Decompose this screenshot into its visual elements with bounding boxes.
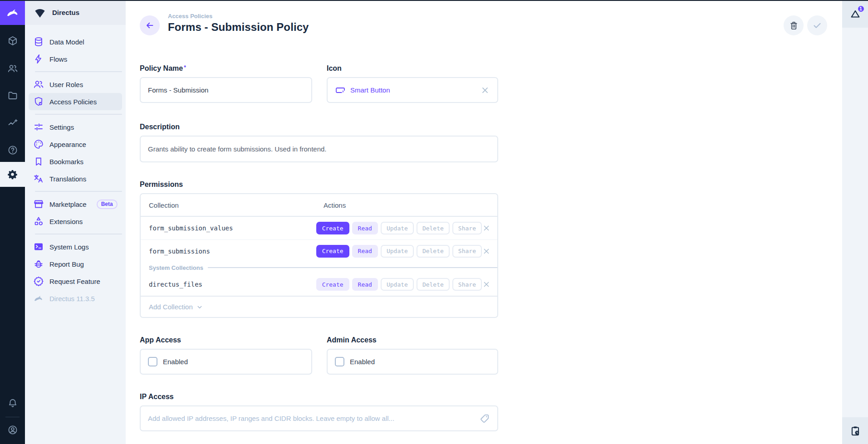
chip-create[interactable]: Create — [316, 222, 349, 234]
app-access-toggle[interactable]: Enabled — [140, 349, 312, 375]
action-chips: Create Read Update Delete Share — [316, 278, 482, 291]
module-content[interactable] — [0, 31, 25, 51]
activity-sidebar-button[interactable] — [842, 417, 868, 444]
nav-item-system-logs[interactable]: System Logs — [29, 238, 122, 255]
nav-item-settings[interactable]: Settings — [29, 118, 122, 136]
chip-share[interactable]: Share — [452, 222, 482, 234]
nav-item-request-feature[interactable]: Request Feature — [29, 273, 122, 290]
chip-update[interactable]: Update — [381, 278, 414, 291]
nav-item-user-roles[interactable]: User Roles — [29, 76, 122, 93]
storefront-icon — [33, 199, 44, 210]
description-input[interactable]: Grants ability to create form submission… — [140, 136, 498, 162]
required-asterisk: * — [184, 64, 186, 71]
trash-icon — [789, 20, 799, 31]
nav-item-extensions[interactable]: Extensions — [29, 213, 122, 230]
nav-sidebar: Directus Data Model Flows User Roles Acc… — [25, 0, 126, 444]
ip-access-input[interactable] — [148, 415, 474, 422]
remove-row-icon[interactable] — [482, 247, 491, 256]
app-access-label: App Access — [140, 336, 312, 344]
module-settings-active[interactable] — [0, 162, 25, 187]
icon-value: Smart Button — [350, 86, 390, 94]
collection-name: form_submissions — [141, 248, 316, 255]
smart-button-icon — [335, 85, 346, 96]
nav-item-bookmarks[interactable]: Bookmarks — [29, 153, 122, 170]
add-collection-label: Add Collection — [149, 303, 193, 311]
nav-item-access-policies[interactable]: Access Policies — [29, 93, 122, 110]
module-insights[interactable] — [0, 113, 25, 133]
check-icon — [812, 20, 823, 31]
page-title: Forms - Submission Policy — [168, 21, 309, 34]
nav-item-flows[interactable]: Flows — [29, 50, 122, 68]
feature-icon — [33, 276, 44, 287]
back-button[interactable] — [140, 15, 160, 35]
nav-item-label: Bookmarks — [49, 158, 83, 166]
nav-item-label: Request Feature — [49, 278, 100, 285]
remove-row-icon[interactable] — [482, 224, 491, 233]
nav-item-label: Settings — [49, 123, 74, 131]
remove-row-icon[interactable] — [482, 280, 491, 289]
chip-create[interactable]: Create — [316, 278, 349, 291]
app-access-field: App Access Enabled — [140, 336, 312, 375]
icon-clear-icon[interactable] — [480, 85, 490, 95]
permissions-section: Permissions Collection Actions form_subm… — [140, 181, 498, 318]
bookmark-icon — [33, 156, 44, 167]
chip-read[interactable]: Read — [352, 222, 378, 234]
palette-icon — [33, 139, 44, 150]
module-notifications[interactable] — [0, 393, 25, 413]
bug-icon — [33, 259, 44, 269]
nav-item-label: Translations — [49, 175, 86, 183]
admin-access-label: Admin Access — [327, 336, 498, 344]
cube-icon — [7, 35, 18, 46]
breadcrumb[interactable]: Access Policies — [168, 13, 309, 20]
policy-name-input[interactable] — [148, 86, 304, 94]
nav-item-appearance[interactable]: Appearance — [29, 136, 122, 153]
chip-create[interactable]: Create — [316, 245, 349, 258]
description-field: Description Grants ability to create for… — [140, 123, 498, 162]
beta-badge: Beta — [97, 200, 118, 209]
nav-item-report-bug[interactable]: Report Bug — [29, 255, 122, 273]
tune-icon — [33, 122, 44, 132]
add-collection-button[interactable]: Add Collection — [141, 296, 497, 317]
action-chips: Create Read Update Delete Share — [316, 222, 482, 234]
save-button[interactable] — [807, 15, 827, 35]
account-icon — [7, 424, 18, 435]
project-chooser[interactable]: Directus — [25, 0, 126, 25]
chip-share[interactable]: Share — [452, 245, 482, 258]
module-help[interactable] — [0, 140, 25, 160]
policy-name-label: Policy Name* — [140, 64, 312, 73]
nav-item-label: Appearance — [49, 141, 86, 148]
chip-update[interactable]: Update — [381, 222, 414, 234]
icon-select[interactable]: Smart Button — [327, 77, 498, 103]
module-bar — [0, 0, 25, 444]
chip-share[interactable]: Share — [452, 278, 482, 291]
folder-icon — [7, 90, 18, 101]
admin-access-checkbox-label: Enabled — [350, 358, 375, 366]
admin-access-toggle[interactable]: Enabled — [327, 349, 498, 375]
admin-access-checkbox[interactable] — [335, 357, 344, 366]
tag-icon[interactable] — [479, 413, 490, 424]
ip-access-label: IP Access — [140, 393, 498, 401]
directus-logo-button[interactable] — [0, 0, 25, 25]
nav-item-label: Marketplace — [49, 200, 87, 208]
permissions-label: Permissions — [140, 181, 498, 189]
nav-divider — [35, 114, 122, 115]
notifications-drawer-button[interactable]: 1 — [842, 0, 868, 28]
chip-read[interactable]: Read — [352, 245, 378, 258]
chip-read[interactable]: Read — [352, 278, 378, 291]
chip-delete[interactable]: Delete — [417, 222, 450, 234]
chip-update[interactable]: Update — [381, 245, 414, 258]
delete-button[interactable] — [784, 15, 804, 35]
chip-delete[interactable]: Delete — [417, 245, 450, 258]
nav-item-marketplace[interactable]: Marketplace Beta — [29, 195, 122, 213]
app-access-checkbox[interactable] — [148, 357, 157, 366]
chip-delete[interactable]: Delete — [417, 278, 450, 291]
module-account[interactable] — [0, 420, 25, 440]
nav-divider — [35, 71, 122, 72]
nav-item-label: Data Model — [49, 38, 84, 46]
icon-label: Icon — [327, 64, 498, 73]
module-users[interactable] — [0, 59, 25, 78]
clipboard-clock-icon — [849, 425, 861, 437]
nav-item-translations[interactable]: Translations — [29, 170, 122, 187]
nav-item-data-model[interactable]: Data Model — [29, 33, 122, 50]
module-files[interactable] — [0, 86, 25, 106]
